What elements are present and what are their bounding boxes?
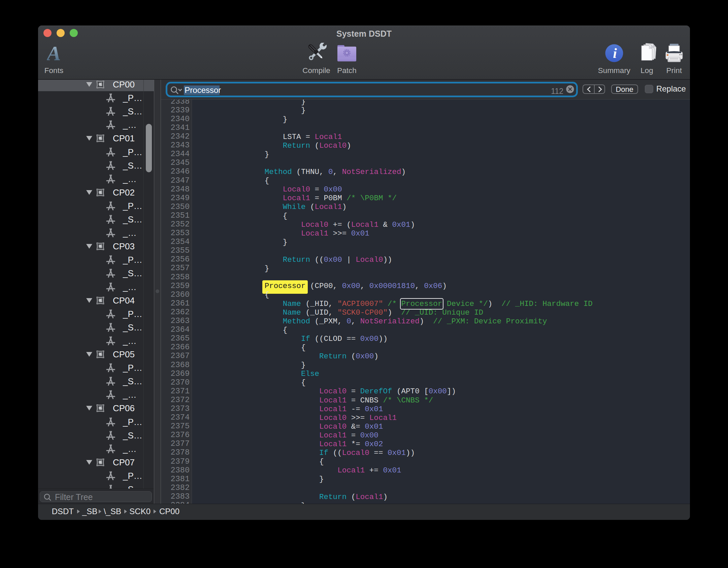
svg-text:i: i [613,45,617,61]
